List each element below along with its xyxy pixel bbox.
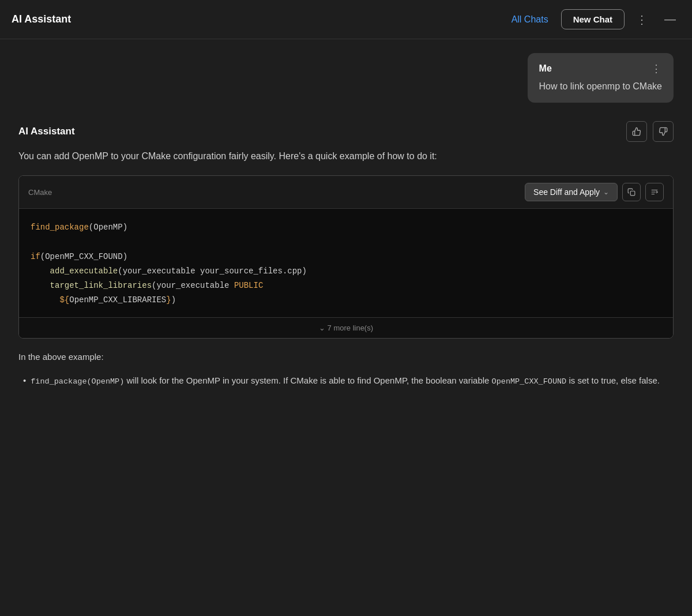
thumbs-down-icon <box>659 127 668 136</box>
bullet-list: • find_package(OpenMP) will look for the… <box>18 373 674 389</box>
code-content: find_package(OpenMP) if(OpenMP_CXX_FOUND… <box>19 209 673 317</box>
insert-code-button[interactable] <box>645 183 664 201</box>
bullet-dot: • <box>23 373 26 389</box>
chat-area: Me ⋮ How to link openmp to CMake AI Assi… <box>0 39 692 616</box>
header: AI Assistant All Chats New Chat ⋮ — <box>0 0 692 39</box>
see-diff-label: See Diff and Apply <box>533 187 600 197</box>
thumbs-up-button[interactable] <box>626 121 647 142</box>
inline-code-found: OpenMP_CXX_FOUND <box>492 377 567 386</box>
below-code-text: In the above example: <box>18 350 674 365</box>
code-actions: See Diff and Apply ⌄ <box>525 183 664 201</box>
more-lines-bar[interactable]: ⌄ 7 more line(s) <box>19 317 673 338</box>
more-lines-text: ⌄ 7 more line(s) <box>319 324 373 332</box>
ai-name: AI Assistant <box>18 126 75 137</box>
bullet-text-part2: is set to true, else false. <box>569 375 660 385</box>
code-block: CMake See Diff and Apply ⌄ <box>18 175 674 338</box>
chevron-down-icon: ⌄ <box>603 188 609 196</box>
copy-code-button[interactable] <box>622 183 641 201</box>
user-message-text: How to link openmp to CMake <box>539 80 662 93</box>
ai-response-header: AI Assistant <box>18 121 674 142</box>
copy-icon <box>627 188 635 196</box>
code-line-2: if(OpenMP_CXX_FOUND) <box>31 250 661 264</box>
more-options-button[interactable]: ⋮ <box>631 10 653 29</box>
user-bubble: Me ⋮ How to link openmp to CMake <box>528 53 674 103</box>
user-message-more-button[interactable]: ⋮ <box>651 62 662 75</box>
thumbs-up-icon <box>632 127 641 136</box>
user-bubble-header: Me ⋮ <box>539 62 662 75</box>
all-chats-button[interactable]: All Chats <box>506 11 554 28</box>
thumbs-down-button[interactable] <box>653 121 674 142</box>
ai-response: AI Assistant You can add OpenMP to your … <box>18 121 674 389</box>
bullet-item-1: • find_package(OpenMP) will look for the… <box>23 373 674 389</box>
svg-rect-0 <box>630 191 635 196</box>
ai-intro-text: You can add OpenMP to your CMake configu… <box>18 149 674 164</box>
bullet-item-text: find_package(OpenMP) will look for the O… <box>31 373 660 389</box>
code-language: CMake <box>28 188 52 197</box>
code-line-4: target_link_libraries(your_executable PU… <box>31 279 661 293</box>
code-line-3: add_executable(your_executable your_sour… <box>31 264 661 279</box>
app-title: AI Assistant <box>12 13 71 25</box>
see-diff-apply-button[interactable]: See Diff and Apply ⌄ <box>525 183 618 201</box>
inline-code-find-package: find_package(OpenMP) <box>31 377 124 386</box>
user-message-container: Me ⋮ How to link openmp to CMake <box>18 53 674 103</box>
user-name: Me <box>539 63 552 74</box>
new-chat-button[interactable]: New Chat <box>561 9 625 29</box>
feedback-buttons <box>626 121 674 142</box>
code-line-1: find_package(OpenMP) <box>31 220 661 235</box>
code-block-header: CMake See Diff and Apply ⌄ <box>19 176 673 209</box>
minimize-button[interactable]: — <box>660 10 680 28</box>
header-actions: All Chats New Chat ⋮ — <box>506 9 680 29</box>
code-line-5: ${OpenMP_CXX_LIBRARIES}) <box>31 293 661 307</box>
insert-icon <box>650 188 659 196</box>
code-line-blank <box>31 235 661 250</box>
bullet-text-part1: will look for the OpenMP in your system.… <box>126 375 491 385</box>
